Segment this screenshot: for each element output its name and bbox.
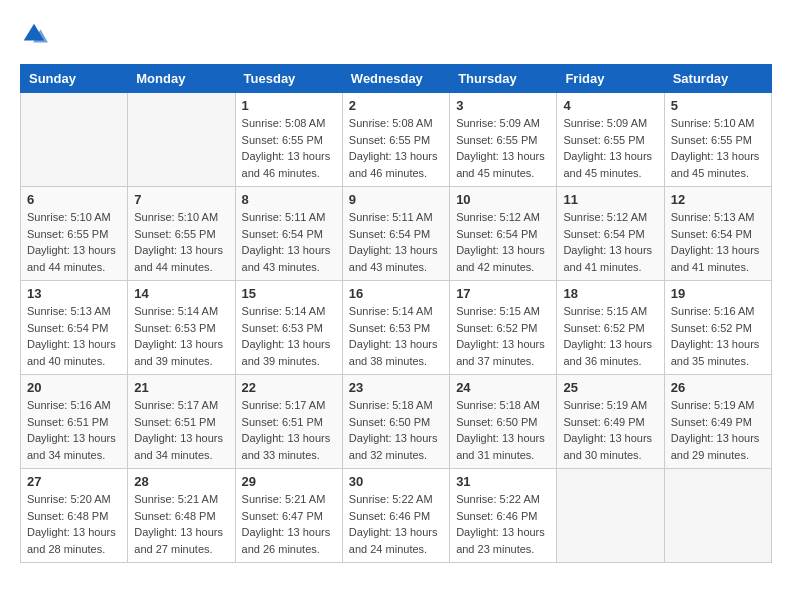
weekday-header-saturday: Saturday [664, 65, 771, 93]
day-number: 9 [349, 192, 443, 207]
calendar-week-row: 6Sunrise: 5:10 AMSunset: 6:55 PMDaylight… [21, 187, 772, 281]
calendar-cell: 12Sunrise: 5:13 AMSunset: 6:54 PMDayligh… [664, 187, 771, 281]
day-info: Sunrise: 5:10 AMSunset: 6:55 PMDaylight:… [671, 115, 765, 181]
day-info: Sunrise: 5:09 AMSunset: 6:55 PMDaylight:… [456, 115, 550, 181]
day-info: Sunrise: 5:21 AMSunset: 6:47 PMDaylight:… [242, 491, 336, 557]
calendar-cell: 15Sunrise: 5:14 AMSunset: 6:53 PMDayligh… [235, 281, 342, 375]
calendar-cell: 14Sunrise: 5:14 AMSunset: 6:53 PMDayligh… [128, 281, 235, 375]
day-info: Sunrise: 5:21 AMSunset: 6:48 PMDaylight:… [134, 491, 228, 557]
day-info: Sunrise: 5:08 AMSunset: 6:55 PMDaylight:… [242, 115, 336, 181]
day-number: 29 [242, 474, 336, 489]
calendar-cell: 7Sunrise: 5:10 AMSunset: 6:55 PMDaylight… [128, 187, 235, 281]
day-number: 14 [134, 286, 228, 301]
day-info: Sunrise: 5:16 AMSunset: 6:52 PMDaylight:… [671, 303, 765, 369]
calendar-cell: 9Sunrise: 5:11 AMSunset: 6:54 PMDaylight… [342, 187, 449, 281]
day-info: Sunrise: 5:17 AMSunset: 6:51 PMDaylight:… [134, 397, 228, 463]
day-info: Sunrise: 5:20 AMSunset: 6:48 PMDaylight:… [27, 491, 121, 557]
day-number: 19 [671, 286, 765, 301]
calendar-cell: 22Sunrise: 5:17 AMSunset: 6:51 PMDayligh… [235, 375, 342, 469]
calendar-table: SundayMondayTuesdayWednesdayThursdayFrid… [20, 64, 772, 563]
day-number: 3 [456, 98, 550, 113]
calendar-cell [128, 93, 235, 187]
calendar-cell: 16Sunrise: 5:14 AMSunset: 6:53 PMDayligh… [342, 281, 449, 375]
day-number: 26 [671, 380, 765, 395]
calendar-week-row: 1Sunrise: 5:08 AMSunset: 6:55 PMDaylight… [21, 93, 772, 187]
day-info: Sunrise: 5:14 AMSunset: 6:53 PMDaylight:… [134, 303, 228, 369]
calendar-cell: 28Sunrise: 5:21 AMSunset: 6:48 PMDayligh… [128, 469, 235, 563]
calendar-cell: 17Sunrise: 5:15 AMSunset: 6:52 PMDayligh… [450, 281, 557, 375]
day-number: 30 [349, 474, 443, 489]
calendar-week-row: 27Sunrise: 5:20 AMSunset: 6:48 PMDayligh… [21, 469, 772, 563]
calendar-cell: 4Sunrise: 5:09 AMSunset: 6:55 PMDaylight… [557, 93, 664, 187]
day-number: 15 [242, 286, 336, 301]
day-number: 23 [349, 380, 443, 395]
calendar-cell: 21Sunrise: 5:17 AMSunset: 6:51 PMDayligh… [128, 375, 235, 469]
weekday-header-sunday: Sunday [21, 65, 128, 93]
day-number: 18 [563, 286, 657, 301]
day-number: 20 [27, 380, 121, 395]
weekday-header-tuesday: Tuesday [235, 65, 342, 93]
calendar-cell [21, 93, 128, 187]
day-number: 4 [563, 98, 657, 113]
calendar-week-row: 20Sunrise: 5:16 AMSunset: 6:51 PMDayligh… [21, 375, 772, 469]
day-info: Sunrise: 5:14 AMSunset: 6:53 PMDaylight:… [242, 303, 336, 369]
day-number: 5 [671, 98, 765, 113]
day-info: Sunrise: 5:10 AMSunset: 6:55 PMDaylight:… [27, 209, 121, 275]
day-info: Sunrise: 5:11 AMSunset: 6:54 PMDaylight:… [242, 209, 336, 275]
day-info: Sunrise: 5:12 AMSunset: 6:54 PMDaylight:… [563, 209, 657, 275]
calendar-header: SundayMondayTuesdayWednesdayThursdayFrid… [21, 65, 772, 93]
weekday-header-friday: Friday [557, 65, 664, 93]
calendar-cell: 30Sunrise: 5:22 AMSunset: 6:46 PMDayligh… [342, 469, 449, 563]
day-number: 10 [456, 192, 550, 207]
day-info: Sunrise: 5:10 AMSunset: 6:55 PMDaylight:… [134, 209, 228, 275]
calendar-cell: 24Sunrise: 5:18 AMSunset: 6:50 PMDayligh… [450, 375, 557, 469]
day-info: Sunrise: 5:12 AMSunset: 6:54 PMDaylight:… [456, 209, 550, 275]
calendar-cell: 19Sunrise: 5:16 AMSunset: 6:52 PMDayligh… [664, 281, 771, 375]
logo-icon [20, 20, 48, 48]
calendar-week-row: 13Sunrise: 5:13 AMSunset: 6:54 PMDayligh… [21, 281, 772, 375]
day-info: Sunrise: 5:22 AMSunset: 6:46 PMDaylight:… [349, 491, 443, 557]
calendar-cell: 18Sunrise: 5:15 AMSunset: 6:52 PMDayligh… [557, 281, 664, 375]
day-info: Sunrise: 5:22 AMSunset: 6:46 PMDaylight:… [456, 491, 550, 557]
day-info: Sunrise: 5:18 AMSunset: 6:50 PMDaylight:… [349, 397, 443, 463]
day-number: 25 [563, 380, 657, 395]
day-info: Sunrise: 5:15 AMSunset: 6:52 PMDaylight:… [563, 303, 657, 369]
calendar-cell: 31Sunrise: 5:22 AMSunset: 6:46 PMDayligh… [450, 469, 557, 563]
logo [20, 20, 52, 48]
calendar-cell: 11Sunrise: 5:12 AMSunset: 6:54 PMDayligh… [557, 187, 664, 281]
calendar-cell [664, 469, 771, 563]
day-info: Sunrise: 5:09 AMSunset: 6:55 PMDaylight:… [563, 115, 657, 181]
day-number: 24 [456, 380, 550, 395]
day-info: Sunrise: 5:14 AMSunset: 6:53 PMDaylight:… [349, 303, 443, 369]
calendar-cell: 27Sunrise: 5:20 AMSunset: 6:48 PMDayligh… [21, 469, 128, 563]
day-number: 1 [242, 98, 336, 113]
weekday-header-thursday: Thursday [450, 65, 557, 93]
day-number: 31 [456, 474, 550, 489]
day-info: Sunrise: 5:15 AMSunset: 6:52 PMDaylight:… [456, 303, 550, 369]
day-info: Sunrise: 5:16 AMSunset: 6:51 PMDaylight:… [27, 397, 121, 463]
day-info: Sunrise: 5:17 AMSunset: 6:51 PMDaylight:… [242, 397, 336, 463]
calendar-cell: 25Sunrise: 5:19 AMSunset: 6:49 PMDayligh… [557, 375, 664, 469]
calendar-cell: 6Sunrise: 5:10 AMSunset: 6:55 PMDaylight… [21, 187, 128, 281]
day-number: 8 [242, 192, 336, 207]
weekday-header-row: SundayMondayTuesdayWednesdayThursdayFrid… [21, 65, 772, 93]
day-info: Sunrise: 5:08 AMSunset: 6:55 PMDaylight:… [349, 115, 443, 181]
weekday-header-wednesday: Wednesday [342, 65, 449, 93]
calendar-cell: 3Sunrise: 5:09 AMSunset: 6:55 PMDaylight… [450, 93, 557, 187]
calendar-cell: 5Sunrise: 5:10 AMSunset: 6:55 PMDaylight… [664, 93, 771, 187]
weekday-header-monday: Monday [128, 65, 235, 93]
day-number: 27 [27, 474, 121, 489]
calendar-cell: 29Sunrise: 5:21 AMSunset: 6:47 PMDayligh… [235, 469, 342, 563]
calendar-cell: 10Sunrise: 5:12 AMSunset: 6:54 PMDayligh… [450, 187, 557, 281]
day-info: Sunrise: 5:19 AMSunset: 6:49 PMDaylight:… [671, 397, 765, 463]
day-info: Sunrise: 5:18 AMSunset: 6:50 PMDaylight:… [456, 397, 550, 463]
day-number: 28 [134, 474, 228, 489]
day-number: 16 [349, 286, 443, 301]
day-number: 2 [349, 98, 443, 113]
day-info: Sunrise: 5:13 AMSunset: 6:54 PMDaylight:… [671, 209, 765, 275]
day-number: 6 [27, 192, 121, 207]
day-number: 22 [242, 380, 336, 395]
calendar-cell: 2Sunrise: 5:08 AMSunset: 6:55 PMDaylight… [342, 93, 449, 187]
day-number: 13 [27, 286, 121, 301]
day-number: 21 [134, 380, 228, 395]
